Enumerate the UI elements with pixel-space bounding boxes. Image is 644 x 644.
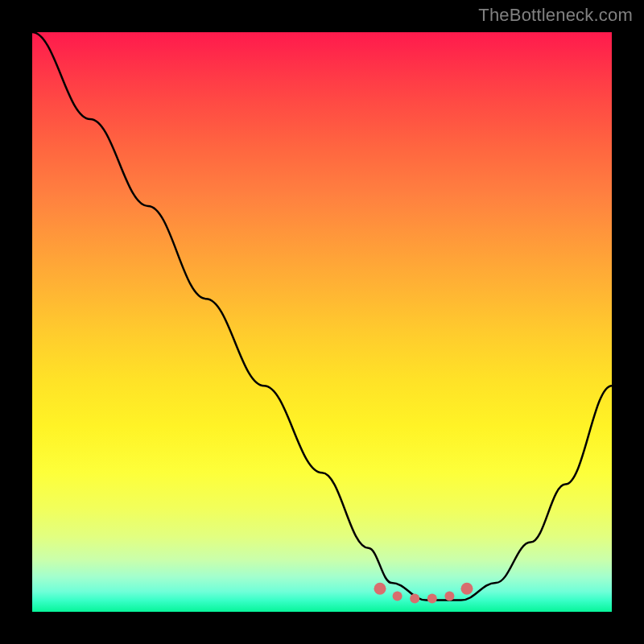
chart-svg xyxy=(32,32,612,612)
watermark-text: TheBottleneck.com xyxy=(478,5,633,26)
optimal-range-dot xyxy=(393,592,402,601)
plot-area xyxy=(32,32,612,612)
optimal-range-dot xyxy=(410,593,419,603)
chart-frame: TheBottleneck.com xyxy=(0,0,644,644)
optimal-range-dot xyxy=(444,592,454,601)
optimal-range-dot xyxy=(427,593,437,603)
optimal-range-dot xyxy=(374,583,386,595)
bottleneck-curve xyxy=(32,32,612,601)
optimal-range-dot xyxy=(461,583,473,595)
